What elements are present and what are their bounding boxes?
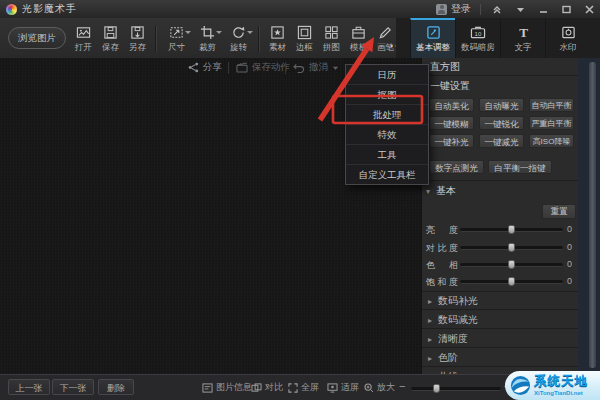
editbar-divider — [285, 62, 286, 74]
reset-button[interactable]: 重置 — [542, 204, 576, 219]
section-collapsed-caret-icon: ▸ — [428, 369, 438, 375]
slider-value: 0 — [567, 259, 572, 269]
menu-item-tools[interactable]: 工具 — [346, 145, 428, 165]
panel-scrollbar-thumb[interactable] — [589, 62, 596, 368]
watermark-title: 系统天地 — [534, 375, 588, 388]
severe-white-balance-button[interactable]: 严重白平衡 — [529, 116, 574, 130]
close-button[interactable] — [582, 2, 596, 16]
menu-item-cutout[interactable]: 抠图 — [346, 85, 428, 105]
menu-item-effects[interactable]: 特效 — [346, 125, 428, 145]
slider-thumb[interactable] — [508, 243, 515, 252]
app-logo-icon — [6, 4, 17, 15]
undo-button[interactable]: 撤消 — [293, 61, 339, 74]
resize-button[interactable]: 尺寸 — [161, 25, 192, 54]
section-collapsed-caret-icon: ▸ — [428, 350, 438, 369]
slider-track[interactable] — [460, 246, 563, 250]
auto-exposure-button[interactable]: 自动曝光 — [479, 98, 524, 112]
fit-screen-button[interactable]: 适屏 — [327, 381, 359, 394]
next-image-button[interactable]: 下一张 — [52, 379, 94, 395]
menu-item-calendar[interactable]: 日历 — [346, 65, 428, 85]
delete-image-button[interactable]: 删除 — [98, 379, 134, 395]
material-button[interactable]: 素材 — [264, 25, 291, 54]
zoom-out-step-button[interactable]: − — [399, 380, 405, 392]
section-digital-fill-light[interactable]: ▸数码补光 — [422, 291, 578, 310]
section-clarity[interactable]: ▸清晰度 — [422, 330, 578, 349]
menu-item-batch-process[interactable]: 批处理 — [346, 105, 428, 125]
chevron-down-icon — [516, 5, 525, 14]
open-button[interactable]: 打开 — [70, 25, 97, 54]
slider-thumb[interactable] — [508, 277, 515, 286]
one-key-fill-light-button[interactable]: 一键补光 — [429, 134, 474, 148]
browse-images-button[interactable]: 浏览图片 — [8, 27, 66, 49]
mode-tabs: 基本调整 10 数码暗房 T 文字 水印 — [396, 18, 600, 58]
svg-text:T: T — [519, 25, 528, 40]
zoom-slider-thumb[interactable] — [433, 384, 440, 393]
frame-button[interactable]: 边框 — [291, 25, 318, 54]
app-window: 光影魔术手 登录 浏览图片 — [0, 0, 600, 400]
compare-toggle[interactable]: 对比 — [251, 381, 283, 394]
share-button[interactable]: 分享 — [188, 61, 222, 74]
text-icon: T — [516, 24, 531, 40]
one-key-blur-button[interactable]: 一键模糊 — [429, 116, 474, 130]
slider-value: 0 — [567, 224, 572, 234]
histogram-header[interactable]: 直方图 — [422, 58, 578, 76]
watermark-site: XiTongTianDi.net — [534, 390, 588, 396]
section-levels[interactable]: ▸色阶 — [422, 349, 578, 368]
slider-track[interactable] — [460, 263, 563, 267]
slider-value: 0 — [567, 276, 572, 286]
previous-image-button[interactable]: 上一张 — [8, 379, 50, 395]
white-balance-picker-button[interactable]: 白平衡一指键 — [488, 160, 552, 174]
one-key-dim-light-button[interactable]: 一键减光 — [479, 134, 524, 148]
material-icon — [270, 25, 285, 40]
high-iso-denoise-button[interactable]: 高ISO降噪 — [529, 134, 574, 148]
maximize-icon — [562, 5, 571, 14]
basic-section-header[interactable]: ▾基本 — [426, 184, 456, 198]
tab-digital-darkroom[interactable]: 10 数码暗房 — [455, 18, 500, 58]
rotate-icon — [231, 25, 246, 40]
undo-dropdown-caret-icon — [332, 65, 339, 71]
tab-text[interactable]: T 文字 — [500, 18, 545, 58]
save-as-icon — [130, 25, 145, 40]
main-toolbar: 浏览图片 打开 保存 另存 尺寸 裁剪 — [0, 18, 600, 59]
image-info-toggle[interactable]: 图片信息 — [202, 381, 252, 394]
auto-beautify-button[interactable]: 自动美化 — [429, 98, 474, 112]
one-key-sharpen-button[interactable]: 一键锐化 — [479, 116, 524, 130]
save-action-icon — [236, 62, 248, 73]
template-button[interactable]: 模板 — [345, 25, 372, 54]
tab-basic-adjust[interactable]: 基本调整 — [410, 18, 455, 58]
digital-spot-metering-button[interactable]: 数字点测光 — [429, 160, 484, 174]
toolbar-divider — [258, 26, 260, 52]
section-digital-dim-light[interactable]: ▸数码减光 — [422, 311, 578, 330]
tab-watermark[interactable]: 水印 — [545, 18, 590, 58]
crop-button[interactable]: 裁剪 — [192, 25, 223, 54]
slider-thumb[interactable] — [508, 260, 515, 269]
pin-top-icon — [492, 4, 502, 14]
minimize-icon — [539, 5, 548, 14]
skin-menu-button[interactable] — [513, 2, 527, 16]
zoom-slider-track[interactable] — [411, 387, 501, 391]
panel-scrollbar-track[interactable] — [577, 58, 600, 374]
pin-top-button[interactable] — [490, 2, 504, 16]
crop-icon — [200, 25, 215, 40]
auto-white-balance-button[interactable]: 自动白平衡 — [529, 98, 574, 112]
magnifier-icon — [364, 383, 374, 393]
collage-button[interactable]: 拼图 — [318, 25, 345, 54]
fullscreen-button[interactable]: 全屏 — [288, 381, 319, 394]
frame-icon — [297, 25, 312, 40]
titlebar-divider — [480, 4, 481, 15]
one-key-settings-header[interactable]: 一键设置 — [422, 77, 578, 95]
save-action-button[interactable]: 保存动作 — [236, 61, 290, 74]
resize-icon — [169, 25, 184, 40]
maximize-button[interactable] — [559, 2, 573, 16]
rotate-button[interactable]: 旋转 — [223, 25, 254, 54]
slider-track[interactable] — [460, 280, 563, 284]
slider-thumb[interactable] — [508, 225, 515, 234]
menu-item-customize-toolbar[interactable]: 自定义工具栏 — [346, 165, 428, 184]
zoom-in-button[interactable]: 放大 — [364, 381, 395, 394]
login-button[interactable]: 登录 — [436, 2, 471, 16]
minimize-button[interactable] — [536, 2, 550, 16]
contrast-slider: 对比度 0 — [422, 242, 578, 254]
save-button[interactable]: 保存 — [97, 25, 124, 54]
save-as-button[interactable]: 另存 — [124, 25, 151, 54]
slider-track[interactable] — [460, 228, 563, 232]
